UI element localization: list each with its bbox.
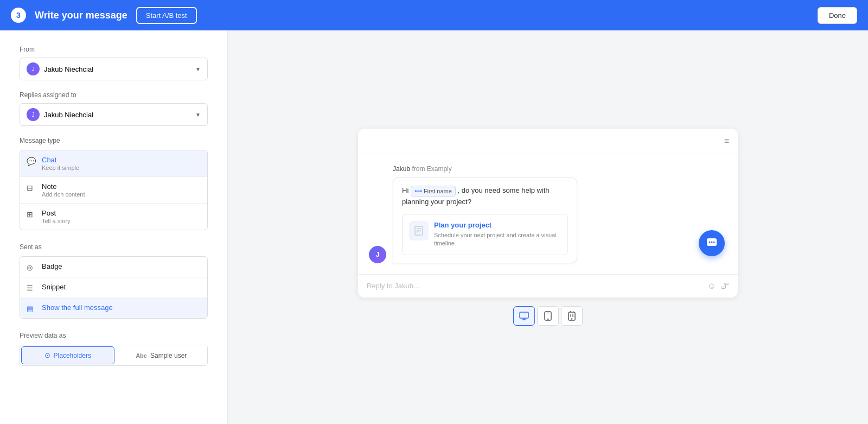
preview-sample-user-button[interactable]: Abc Sample user	[116, 345, 208, 365]
sent-as-badge[interactable]: ◎ Badge	[20, 257, 207, 277]
message-text: Hi ⟺ First name , do you need some help …	[402, 185, 568, 207]
note-subtitle: Add rich content	[42, 191, 201, 198]
snippet-title: Snippet	[42, 283, 201, 291]
message-hi: Hi	[402, 186, 411, 194]
replies-arrow-icon: ▼	[195, 112, 201, 118]
article-title: Plan your project	[434, 221, 561, 229]
preview-placeholders-button[interactable]: ⊙ Placeholders	[21, 346, 114, 364]
svg-point-5	[709, 241, 711, 243]
step-badge: 3	[11, 8, 26, 23]
reply-bar: Reply to Jakub... ☺ 🖇	[358, 274, 738, 298]
replies-user: Jakub Niechcial	[44, 111, 191, 119]
left-panel: From J Jakub Niechcial ▼ Replies assigne…	[0, 30, 228, 424]
post-subtitle: Tell a story	[42, 218, 201, 224]
attachment-icon: 🖇	[720, 281, 729, 291]
sender-avatar: J	[369, 246, 386, 263]
from-avatar: J	[27, 62, 40, 75]
svg-rect-0	[415, 226, 423, 235]
sender-company: Examply	[427, 165, 452, 173]
badge-content: Badge	[42, 262, 201, 270]
placeholders-label: Placeholders	[54, 352, 91, 359]
message-type-chat[interactable]: 💬 Chat Keep it simple	[20, 150, 207, 177]
post-icon: ⊞	[27, 210, 36, 219]
sample-user-label: Sample user	[150, 352, 187, 359]
menu-icon: ≡	[724, 136, 729, 146]
message-type-group: 💬 Chat Keep it simple ⊟ Note Add rich co…	[20, 150, 208, 230]
chat-content: Chat Keep it simple	[42, 156, 201, 171]
desktop-device-button[interactable]	[513, 306, 535, 326]
message-type-note[interactable]: ⊟ Note Add rich content	[20, 177, 207, 204]
ab-test-button[interactable]: Start A/B test	[136, 7, 197, 24]
full-message-icon: ▤	[27, 305, 36, 313]
reply-icons: ☺ 🖇	[707, 281, 729, 291]
sent-as-label: Sent as	[20, 243, 208, 251]
message-area: Jakub from Examply Hi ⟺ First name , do …	[393, 165, 727, 263]
chat-icon: 💬	[27, 157, 36, 166]
sent-as-group: ◎ Badge ☰ Snippet ▤ Show the full messag…	[20, 256, 208, 319]
svg-line-16	[572, 311, 573, 312]
post-title: Post	[42, 209, 201, 217]
reply-placeholder-text: Reply to Jakub...	[367, 282, 702, 290]
chat-title: Chat	[42, 156, 201, 164]
svg-point-13	[547, 319, 548, 320]
variable-tag: ⟺ First name	[411, 186, 456, 197]
note-icon: ⊟	[27, 183, 36, 192]
right-panel: ≡ J Jakub from Examply Hi ⟺	[228, 30, 868, 424]
sample-user-icon: Abc	[136, 352, 147, 359]
sent-as-full[interactable]: ▤ Show the full message	[20, 298, 207, 318]
apple-device-button[interactable]	[537, 306, 559, 326]
article-icon	[409, 221, 429, 241]
article-desc: Schedule your next project and create a …	[434, 231, 561, 248]
chat-body: J Jakub from Examply Hi ⟺ First name	[358, 154, 738, 274]
sent-as-snippet[interactable]: ☰ Snippet	[20, 277, 207, 298]
device-bar	[513, 306, 583, 326]
header: 3 Write your message Start A/B test Done	[0, 0, 868, 30]
svg-rect-14	[569, 312, 575, 320]
replies-dropdown[interactable]: J Jakub Niechcial ▼	[20, 103, 208, 126]
svg-point-6	[711, 241, 713, 243]
chat-top-bar: ≡	[358, 129, 738, 154]
variable-icon: ⟺	[414, 187, 422, 195]
svg-line-15	[570, 311, 571, 312]
page-title: Write your message	[35, 10, 127, 21]
svg-point-7	[713, 241, 715, 243]
sender-company-prefix: from	[412, 165, 426, 173]
emoji-icon: ☺	[707, 281, 716, 291]
done-button[interactable]: Done	[818, 7, 857, 24]
note-content: Note Add rich content	[42, 182, 201, 198]
preview-toggle: ⊙ Placeholders Abc Sample user	[20, 345, 208, 366]
android-device-button[interactable]	[561, 306, 583, 326]
preview-label: Preview data as	[20, 332, 208, 339]
preview-section: Preview data as ⊙ Placeholders Abc Sampl…	[20, 332, 208, 366]
svg-point-17	[571, 318, 572, 319]
article-card-content: Plan your project Schedule your next pro…	[434, 221, 561, 248]
sender-name: Jakub from Examply	[393, 165, 727, 173]
message-bubble: Hi ⟺ First name , do you need some help …	[393, 177, 577, 263]
header-left: 3 Write your message Start A/B test	[11, 7, 197, 24]
svg-rect-8	[520, 312, 528, 318]
main-layout: From J Jakub Niechcial ▼ Replies assigne…	[0, 30, 868, 424]
full-title: Show the full message	[42, 303, 201, 312]
variable-label: First name	[424, 187, 452, 196]
replies-avatar: J	[27, 108, 40, 121]
from-dropdown[interactable]: J Jakub Niechcial ▼	[20, 58, 208, 80]
snippet-content: Snippet	[42, 283, 201, 291]
article-card: Plan your project Schedule your next pro…	[402, 214, 568, 255]
message-type-post[interactable]: ⊞ Post Tell a story	[20, 204, 207, 230]
placeholders-icon: ⊙	[44, 351, 50, 359]
badge-title: Badge	[42, 262, 201, 270]
note-title: Note	[42, 182, 201, 191]
chat-preview: ≡ J Jakub from Examply Hi ⟺	[358, 129, 738, 297]
badge-icon: ◎	[27, 263, 36, 271]
chat-subtitle: Keep it simple	[42, 164, 201, 171]
post-content: Post Tell a story	[42, 209, 201, 224]
from-user: Jakub Niechcial	[44, 65, 191, 73]
sender-first-name: Jakub	[393, 165, 410, 173]
from-label: From	[20, 46, 208, 53]
replies-label: Replies assigned to	[20, 91, 208, 99]
full-content: Show the full message	[42, 303, 201, 312]
from-arrow-icon: ▼	[195, 66, 201, 72]
message-type-label: Message type	[20, 137, 208, 144]
snippet-icon: ☰	[27, 284, 36, 292]
intercom-launcher	[699, 230, 725, 256]
